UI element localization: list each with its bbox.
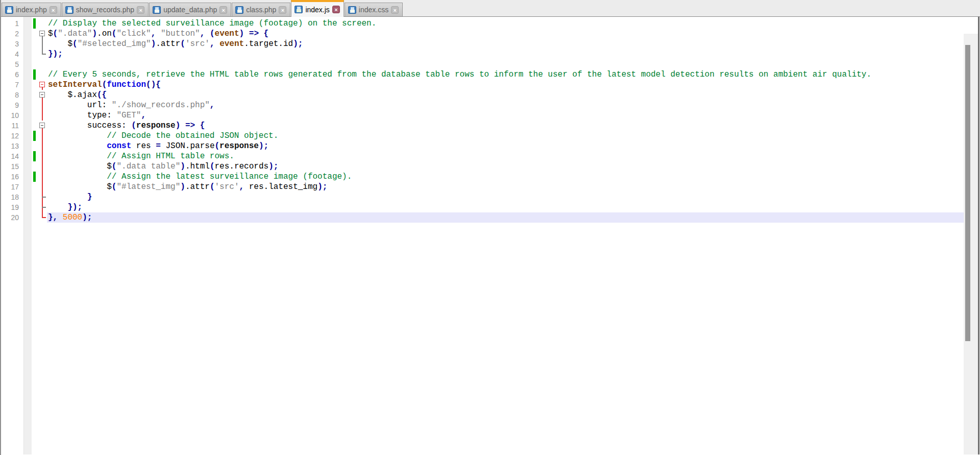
fold-margin-cell	[38, 49, 47, 59]
change-marker	[33, 131, 36, 141]
code-text[interactable]: $(".data table").html(res.records);	[47, 161, 964, 172]
tab-class-php[interactable]: class.php×	[232, 3, 290, 16]
line-number: 13	[1, 141, 23, 151]
code-text[interactable]: });	[47, 202, 964, 212]
line-number: 5	[1, 59, 23, 69]
code-text[interactable]: $(".data").on("click", "button", (event)…	[47, 29, 964, 39]
change-marker-cell	[32, 69, 38, 80]
line-number: 14	[1, 151, 23, 161]
code-editor[interactable]: 1// Display the selected surveillance im…	[1, 17, 980, 454]
change-marker-cell	[32, 39, 38, 49]
fold-collapse-icon[interactable]	[39, 92, 45, 98]
close-icon[interactable]: ×	[137, 6, 144, 14]
fold-margin-cell	[38, 69, 47, 80]
line-number: 3	[1, 39, 23, 49]
bookmark-margin-cell	[23, 182, 32, 192]
fold-guide-line	[42, 100, 43, 110]
code-lines: 1// Display the selected surveillance im…	[1, 18, 964, 223]
code-line: 2$(".data").on("click", "button", (event…	[1, 29, 964, 39]
change-marker-cell	[32, 212, 38, 223]
fold-margin-cell	[38, 192, 47, 202]
code-text[interactable]: url: "./show_records.php",	[47, 100, 964, 110]
fold-end-tick	[42, 197, 46, 198]
fold-end-tick	[42, 207, 46, 208]
fold-collapse-icon[interactable]	[39, 82, 45, 87]
change-marker	[33, 69, 36, 80]
tab-index-css[interactable]: index.css×	[345, 3, 403, 16]
change-marker	[33, 18, 36, 29]
tab-show-records-php[interactable]: show_records.php×	[62, 3, 149, 16]
fold-collapse-icon[interactable]	[39, 123, 45, 128]
scrollbar-thumb[interactable]	[965, 45, 970, 341]
code-line: 9 url: "./show_records.php",	[1, 100, 964, 110]
fold-end-tick	[42, 217, 46, 218]
line-number: 11	[1, 121, 23, 131]
line-number: 6	[1, 69, 23, 80]
close-icon[interactable]: ×	[332, 6, 340, 13]
fold-margin-cell	[38, 212, 47, 223]
code-text[interactable]: });	[47, 49, 964, 59]
code-text[interactable]: // Display the selected surveillance ima…	[47, 18, 964, 29]
close-icon[interactable]: ×	[391, 6, 399, 14]
change-marker-cell	[32, 80, 38, 90]
line-number: 19	[1, 202, 23, 212]
change-marker-cell	[32, 131, 38, 141]
bookmark-margin-cell	[23, 18, 32, 29]
code-text[interactable]: $.ajax({	[47, 90, 964, 100]
tab-bar: index.php×show_records.php×update_data.p…	[1, 0, 980, 17]
code-text[interactable]: $("#latest_img").attr('src', res.latest_…	[47, 182, 964, 192]
code-text[interactable]: success: (response) => {	[47, 121, 964, 131]
fold-guide-line	[42, 182, 43, 192]
code-text[interactable]: // Decode the obtained JSON object.	[47, 131, 964, 141]
change-marker-cell	[32, 182, 38, 192]
change-marker-cell	[32, 172, 38, 182]
bookmark-margin-cell	[23, 192, 32, 202]
fold-margin-cell	[38, 80, 47, 90]
code-text[interactable]: type: "GET",	[47, 110, 964, 121]
bookmark-margin-cell	[23, 151, 32, 161]
code-text[interactable]: }, 5000);	[47, 212, 964, 223]
change-marker-cell	[32, 151, 38, 161]
change-marker-cell	[32, 161, 38, 172]
line-number: 7	[1, 80, 23, 90]
code-line: 18 }	[1, 192, 964, 202]
fold-margin-cell	[38, 90, 47, 100]
fold-guide-line	[42, 172, 43, 182]
line-number: 20	[1, 212, 23, 223]
close-icon[interactable]: ×	[219, 6, 227, 14]
code-text[interactable]	[47, 59, 964, 69]
code-text[interactable]: $("#selected_img").attr('src', event.tar…	[47, 39, 964, 49]
fold-collapse-icon[interactable]	[39, 31, 45, 36]
code-line: 14 // Assign HTML table rows.	[1, 151, 964, 161]
change-marker	[33, 151, 36, 161]
code-line: 13 const res = JSON.parse(response);	[1, 141, 964, 151]
change-marker-cell	[32, 59, 38, 69]
bookmark-margin-cell	[23, 212, 32, 223]
floppy-disk-icon	[65, 6, 74, 14]
code-line: 15 $(".data table").html(res.records);	[1, 161, 964, 172]
vertical-scrollbar[interactable]	[964, 34, 978, 454]
tab-label: show_records.php	[76, 6, 134, 14]
fold-margin-cell	[38, 151, 47, 161]
change-marker-cell	[32, 18, 38, 29]
code-text[interactable]: // Every 5 seconds, retrieve the HTML ta…	[47, 69, 964, 80]
code-text[interactable]: }	[47, 192, 964, 202]
close-icon[interactable]: ×	[50, 6, 57, 14]
code-text[interactable]: // Assign HTML table rows.	[47, 151, 964, 161]
tab-index-js[interactable]: index.js×	[291, 0, 344, 17]
line-number: 12	[1, 131, 23, 141]
fold-guide-line	[42, 39, 43, 49]
fold-margin-cell	[38, 141, 47, 151]
tab-label: class.php	[246, 6, 276, 14]
floppy-disk-icon	[153, 6, 161, 14]
code-text[interactable]: const res = JSON.parse(response);	[47, 141, 964, 151]
tab-index-php[interactable]: index.php×	[2, 3, 61, 16]
code-line: 7setInterval(function(){	[1, 80, 964, 90]
code-text[interactable]: // Assign the latest surveillance image …	[47, 172, 964, 182]
code-line: 4});	[1, 49, 964, 59]
code-text[interactable]: setInterval(function(){	[47, 80, 964, 90]
fold-end-tick	[42, 54, 46, 55]
bookmark-margin-cell	[23, 59, 32, 69]
close-icon[interactable]: ×	[279, 6, 286, 14]
tab-update-data-php[interactable]: update_data.php×	[149, 3, 231, 16]
